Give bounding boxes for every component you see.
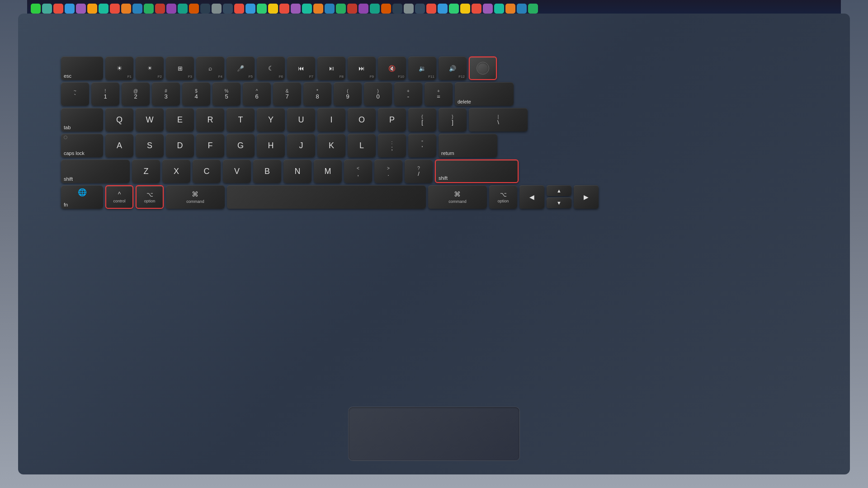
dock-icon xyxy=(426,4,436,14)
q-key[interactable]: Q xyxy=(105,108,133,131)
4-key[interactable]: $ 4 xyxy=(182,82,210,106)
fn-key[interactable]: 🌐 fn xyxy=(61,185,103,209)
period-key[interactable]: > . xyxy=(374,160,402,183)
tab-key[interactable]: tab xyxy=(61,108,103,131)
g-key[interactable]: G xyxy=(226,134,255,157)
6-key[interactable]: ^ 6 xyxy=(243,82,271,106)
dock-icon xyxy=(517,4,527,14)
f5-key[interactable]: 🎤 F5 xyxy=(226,56,255,80)
equals-key[interactable]: + = xyxy=(425,82,453,106)
dock-icon xyxy=(302,4,312,14)
f-key[interactable]: F xyxy=(196,134,224,157)
arrow-up-down-cluster: ▲ ▼ xyxy=(547,185,571,209)
e-key[interactable]: E xyxy=(166,108,194,131)
dock-icon xyxy=(99,4,108,14)
t-key[interactable]: T xyxy=(226,108,255,131)
dock-icon xyxy=(234,4,244,14)
dock-icon xyxy=(494,4,504,14)
dock-icon xyxy=(472,4,481,14)
arrow-up-key[interactable]: ▲ xyxy=(547,185,571,196)
f12-key[interactable]: 🔊 F12 xyxy=(439,56,467,80)
j-key[interactable]: J xyxy=(287,134,315,157)
space-key[interactable] xyxy=(227,185,426,209)
option-left-key[interactable]: ⌥ option xyxy=(136,185,164,209)
f2-key[interactable]: ☀ F2 xyxy=(136,56,164,80)
trackpad[interactable] xyxy=(348,407,520,461)
dock-icon xyxy=(415,4,425,14)
arrow-down-key[interactable]: ▼ xyxy=(547,197,571,208)
s-key[interactable]: S xyxy=(136,134,164,157)
comma-key[interactable]: < , xyxy=(344,160,372,183)
o-key[interactable]: O xyxy=(348,108,376,131)
a-key[interactable]: A xyxy=(105,134,133,157)
return-key[interactable]: return xyxy=(439,134,497,157)
y-key[interactable]: Y xyxy=(257,108,285,131)
f6-key[interactable]: ☾ F6 xyxy=(257,56,285,80)
n-key[interactable]: N xyxy=(283,160,311,183)
h-key[interactable]: H xyxy=(257,134,285,157)
option-right-key[interactable]: ⌥ option xyxy=(489,185,517,209)
dock-icon xyxy=(381,4,391,14)
power-button[interactable] xyxy=(469,56,497,80)
l-key[interactable]: L xyxy=(348,134,376,157)
esc-key[interactable]: esc xyxy=(61,56,103,80)
b-key[interactable]: B xyxy=(253,160,281,183)
dock-icon xyxy=(279,4,289,14)
5-key[interactable]: % 5 xyxy=(212,82,241,106)
close-bracket-key[interactable]: } ] xyxy=(439,108,467,131)
command-right-key[interactable]: ⌘ command xyxy=(428,185,487,209)
p-key[interactable]: P xyxy=(378,108,406,131)
dock-icon xyxy=(257,4,267,14)
dock-icon xyxy=(404,4,414,14)
w-key[interactable]: W xyxy=(136,108,164,131)
k-key[interactable]: K xyxy=(317,134,345,157)
x-key[interactable]: X xyxy=(162,160,190,183)
delete-key[interactable]: delete xyxy=(455,82,514,106)
f8-key[interactable]: ⏯ F8 xyxy=(317,56,345,80)
f3-key[interactable]: ⊞ F3 xyxy=(166,56,194,80)
caps-lock-key[interactable]: caps lock xyxy=(61,134,103,157)
f4-key[interactable]: ⌕ F4 xyxy=(196,56,224,80)
3-key[interactable]: # 3 xyxy=(152,82,180,106)
control-key[interactable]: ^ control xyxy=(105,185,133,209)
quote-key[interactable]: " ' xyxy=(408,134,436,157)
open-bracket-key[interactable]: { [ xyxy=(408,108,436,131)
i-key[interactable]: I xyxy=(317,108,345,131)
shift-left-key[interactable]: shift xyxy=(61,160,130,183)
arrow-left-key[interactable]: ◀ xyxy=(519,185,544,209)
f11-key[interactable]: 🔉 F11 xyxy=(408,56,436,80)
d-key[interactable]: D xyxy=(166,134,194,157)
8-key[interactable]: * 8 xyxy=(303,82,331,106)
c-key[interactable]: C xyxy=(193,160,221,183)
f9-key[interactable]: ⏭ F9 xyxy=(348,56,376,80)
z-key[interactable]: Z xyxy=(132,160,160,183)
dock-icon xyxy=(42,4,52,14)
backtick-key[interactable]: ~ ` xyxy=(61,82,89,106)
power-circle xyxy=(476,62,489,75)
dock-icon xyxy=(178,4,188,14)
slash-key[interactable]: ? / xyxy=(405,160,433,183)
f1-key[interactable]: ☀ F1 xyxy=(105,56,133,80)
backslash-key[interactable]: | \ xyxy=(469,108,528,131)
f7-key[interactable]: ⏮ F7 xyxy=(287,56,315,80)
u-key[interactable]: U xyxy=(287,108,315,131)
7-key[interactable]: & 7 xyxy=(273,82,301,106)
r-key[interactable]: R xyxy=(196,108,224,131)
9-key[interactable]: ( 9 xyxy=(334,82,362,106)
shift-right-key[interactable]: shift xyxy=(435,160,519,183)
2-key[interactable]: @ 2 xyxy=(122,82,150,106)
dock-icon xyxy=(166,4,176,14)
0-key[interactable]: ) 0 xyxy=(364,82,392,106)
f10-key[interactable]: 🔇 F10 xyxy=(378,56,406,80)
semicolon-key[interactable]: : ; xyxy=(378,134,406,157)
minus-key[interactable]: + - xyxy=(394,82,422,106)
1-key[interactable]: ! 1 xyxy=(91,82,119,106)
dock-icon xyxy=(313,4,323,14)
dock-icon xyxy=(336,4,346,14)
dock-icon xyxy=(212,4,222,14)
m-key[interactable]: M xyxy=(314,160,342,183)
dock-icon xyxy=(392,4,402,14)
arrow-right-key[interactable]: ▶ xyxy=(574,185,599,209)
command-left-key[interactable]: ⌘ command xyxy=(166,185,225,209)
v-key[interactable]: V xyxy=(223,160,251,183)
